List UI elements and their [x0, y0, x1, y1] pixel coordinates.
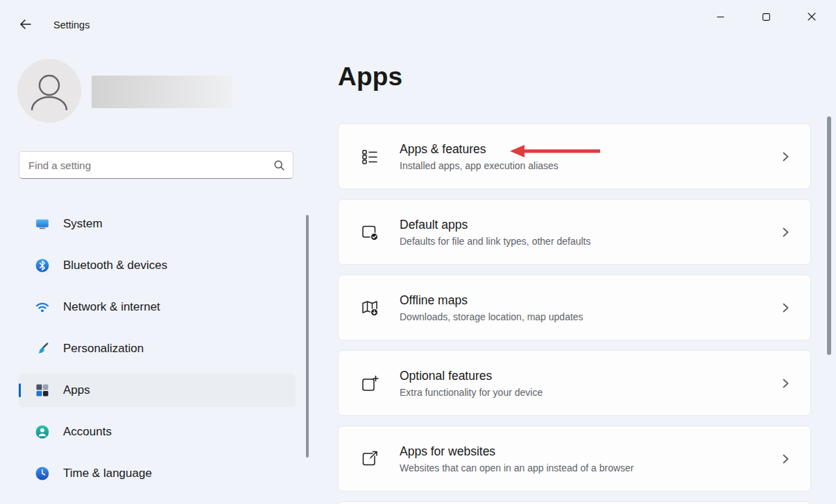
window-title: Settings [53, 19, 89, 31]
search-icon[interactable] [273, 159, 285, 171]
page-title: Apps [338, 62, 402, 92]
apps-icon [35, 383, 49, 397]
chevron-right-icon [781, 226, 790, 238]
card-title: Optional features [400, 369, 543, 383]
sidebar-item-label: Personalization [63, 342, 144, 356]
chevron-right-icon [781, 150, 790, 163]
sidebar-scrollbar[interactable] [306, 215, 309, 458]
sidebar-item-bluetooth-devices[interactable]: Bluetooth & devices [19, 249, 296, 282]
card-title: Default apps [400, 218, 590, 232]
sidebar-item-label: Accounts [63, 425, 112, 439]
bluetooth-icon [35, 259, 49, 272]
selected-indicator [19, 383, 21, 397]
system-icon [35, 217, 49, 231]
sidebar-item-label: Time & language [63, 467, 152, 480]
card-offline-maps[interactable]: Offline maps Downloads, storage location… [338, 275, 811, 340]
sidebar-item-network-internet[interactable]: Network & internet [19, 290, 296, 324]
maximize-button[interactable] [743, 3, 789, 31]
sidebar-item-personalization[interactable]: Personalization [19, 332, 296, 365]
main-scrollbar[interactable] [827, 116, 831, 355]
time-language-icon [35, 467, 49, 480]
card-subtitle: Downloads, storage location, map updates [400, 311, 583, 322]
sidebar-nav: System Bluetooth & devices Network & int… [19, 207, 296, 498]
settings-card-list: Apps & features Installed apps, app exec… [338, 123, 811, 504]
sidebar-item-label: System [63, 217, 103, 231]
sidebar-item-label: Apps [63, 383, 90, 397]
card-title: Offline maps [400, 293, 583, 308]
apps-features-icon [361, 148, 379, 166]
back-arrow-icon [19, 19, 31, 30]
person-icon [17, 59, 81, 123]
card-subtitle: Extra functionality for your device [400, 387, 543, 398]
brush-icon [35, 342, 49, 356]
card-subtitle: Defaults for file and link types, other … [400, 236, 590, 247]
card-apps-for-websites[interactable]: Apps for websites Websites that can open… [338, 426, 811, 492]
apps-for-websites-icon [361, 450, 379, 468]
card-subtitle: Websites that can open in an app instead… [400, 462, 634, 473]
search-input[interactable] [19, 152, 293, 178]
card-title: Apps for websites [400, 444, 634, 459]
sidebar-item-time-language[interactable]: Time & language [19, 457, 296, 490]
chevron-right-icon [781, 377, 790, 390]
sidebar-item-system[interactable]: System [19, 207, 296, 241]
sidebar-item-apps[interactable]: Apps [19, 374, 296, 407]
back-button[interactable] [12, 12, 37, 37]
close-button[interactable] [789, 3, 835, 31]
optional-features-icon [361, 374, 379, 392]
card-subtitle: Installed apps, app execution aliases [400, 160, 558, 171]
sidebar-item-label: Network & internet [63, 300, 160, 314]
minimize-button[interactable] [697, 3, 743, 31]
close-icon [808, 12, 816, 21]
card-optional-features[interactable]: Optional features Extra functionality fo… [338, 350, 811, 416]
window-controls [697, 3, 835, 31]
offline-maps-icon [361, 299, 379, 317]
partial-card[interactable] [338, 501, 811, 504]
search-box [19, 151, 293, 179]
sidebar-item-label: Bluetooth & devices [63, 259, 167, 272]
sidebar-item-accounts[interactable]: Accounts [19, 415, 296, 449]
default-apps-icon [361, 223, 379, 241]
accounts-icon [35, 425, 49, 439]
titlebar: Settings [0, 0, 836, 42]
chevron-right-icon [781, 453, 790, 465]
user-avatar[interactable] [17, 59, 81, 123]
card-default-apps[interactable]: Default apps Defaults for file and link … [338, 199, 811, 265]
minimize-icon [717, 13, 724, 21]
annotation-arrow [509, 144, 602, 159]
user-name-redacted [92, 76, 232, 108]
maximize-icon [762, 13, 770, 21]
wifi-icon [35, 300, 49, 314]
chevron-right-icon [781, 302, 790, 314]
